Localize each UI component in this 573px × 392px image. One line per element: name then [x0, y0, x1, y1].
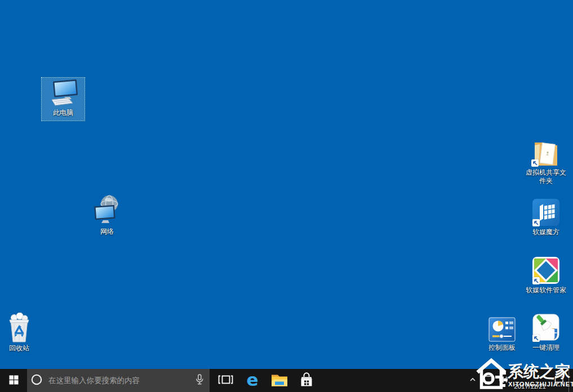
- desktop-icon-recycle-bin[interactable]: 回收站: [0, 311, 41, 353]
- store-button[interactable]: [293, 369, 320, 392]
- desktop-icon-label: 回收站: [9, 344, 29, 353]
- shortcut-arrow-icon: [532, 219, 540, 226]
- network-globe-icon: [91, 194, 123, 226]
- task-view-button[interactable]: [212, 369, 239, 392]
- desktop-icon-one-click-clean[interactable]: 一键清理: [525, 311, 567, 352]
- taskbar: e: [0, 369, 573, 392]
- taskbar-search-box[interactable]: [27, 369, 210, 392]
- pinwheel-icon: [532, 256, 559, 284]
- desktop-icon-label: 控制面板: [488, 344, 516, 352]
- tray-clock[interactable]: 2017/11/21: [510, 369, 549, 392]
- edge-browser-button[interactable]: e: [239, 369, 266, 392]
- edge-browser-icon: e: [246, 371, 258, 389]
- folder-explorer-icon: [270, 372, 288, 389]
- desktop-icon-label: 软媒魔方: [532, 228, 559, 237]
- show-desktop-button[interactable]: [568, 369, 573, 392]
- recycle-bin-full-icon: [6, 313, 33, 342]
- tray-volume-button[interactable]: [496, 369, 510, 392]
- action-center-icon: [554, 375, 565, 387]
- windows-logo-icon: [9, 375, 19, 386]
- start-button[interactable]: [0, 369, 27, 392]
- chevron-up-icon: [469, 376, 477, 385]
- shortcut-arrow-icon: [532, 335, 540, 342]
- store-bag-icon: [298, 371, 315, 390]
- shortcut-arrow-icon: [531, 159, 539, 167]
- desktop-icon-label: 软媒软件管家: [526, 286, 566, 295]
- clean-brush-shield-icon: [532, 313, 559, 342]
- tray-date: 2017/11/21: [514, 383, 546, 390]
- action-center-button[interactable]: [549, 369, 568, 392]
- file-explorer-button[interactable]: [266, 369, 293, 392]
- tray-network-button[interactable]: [480, 369, 496, 392]
- desktop-icon-label: 虚拟机共享文件夹: [525, 168, 567, 185]
- system-tray: 2017/11/21: [465, 369, 573, 392]
- computer-icon: [47, 79, 79, 107]
- shared-folder-icon: [531, 139, 561, 167]
- desktop-icon-label: 一键清理: [532, 344, 559, 352]
- desktop-icon-label: 此电脑: [53, 109, 73, 117]
- desktop-icon-label: 网络: [100, 228, 114, 236]
- task-view-icon: [218, 375, 233, 386]
- control-panel-icon: [488, 315, 516, 342]
- network-tray-icon: [482, 375, 494, 387]
- microphone-icon[interactable]: [194, 373, 205, 388]
- desktop-icon-network[interactable]: 网络: [86, 193, 128, 236]
- desktop-background[interactable]: 此电脑 网络: [0, 0, 573, 392]
- tray-chevron-button[interactable]: [465, 369, 480, 392]
- search-input[interactable]: [47, 376, 194, 385]
- desktop-icon-control-panel[interactable]: 控制面板: [481, 313, 523, 352]
- volume-icon: [498, 375, 508, 386]
- desktop-icon-vm-shared-folder[interactable]: 虚拟机共享文件夹: [525, 137, 567, 185]
- desktop-icon-ruanmei-mofang[interactable]: 软媒魔方: [525, 197, 567, 237]
- cube-grid-icon: [532, 198, 559, 226]
- shortcut-arrow-icon: [532, 277, 540, 284]
- desktop-icon-ruanmei-software-manager[interactable]: 软媒软件管家: [525, 255, 567, 295]
- cortana-circle-icon[interactable]: [30, 373, 43, 388]
- desktop-icon-this-pc[interactable]: 此电脑: [42, 78, 85, 121]
